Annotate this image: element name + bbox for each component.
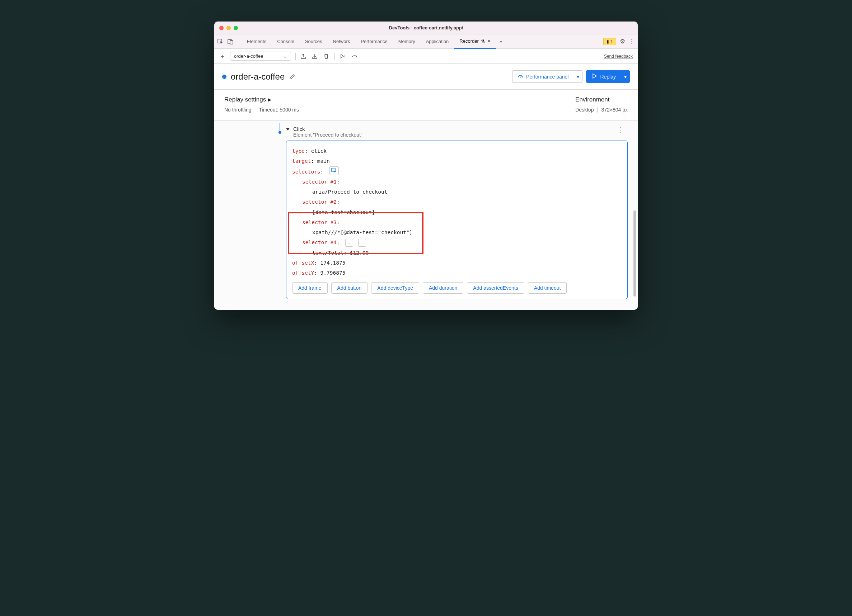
selector-2-value[interactable]: [data-test=checkout] (292, 207, 622, 217)
performance-panel-group: Performance panel ▾ (512, 70, 583, 83)
tab-console[interactable]: Console (272, 35, 299, 49)
replay-settings-values: No throttling Timeout: 5000 ms (224, 107, 299, 113)
svg-rect-2 (230, 41, 233, 44)
replay-group: Replay ▾ (586, 70, 630, 83)
replay-label: Replay (600, 74, 616, 80)
scrollbar-thumb[interactable] (633, 211, 636, 297)
selector-1-label[interactable]: selector #1: (292, 177, 622, 187)
warning-icon: ▮ (607, 39, 609, 44)
add-frame-button[interactable]: Add frame (292, 282, 328, 294)
inspect-tools (217, 38, 238, 45)
replay-settings-label: Replay settings (224, 96, 266, 103)
tab-recorder-label: Recorder (459, 38, 478, 44)
plus-icon[interactable]: ＋ (219, 53, 226, 60)
tab-memory[interactable]: Memory (393, 35, 420, 49)
scrollbar[interactable] (633, 121, 637, 310)
performance-panel-label: Performance panel (526, 74, 568, 80)
selector-2-label[interactable]: selector #2: (292, 197, 622, 207)
play-step-icon[interactable] (340, 53, 346, 60)
performance-panel-dropdown[interactable]: ▾ (574, 70, 583, 83)
add-timeout-button[interactable]: Add timeout (528, 282, 567, 294)
add-property-buttons: Add frame Add button Add deviceType Add … (292, 282, 622, 294)
delete-icon[interactable] (323, 53, 329, 60)
selector-4-value[interactable]: text/Total: $12.00 (292, 248, 622, 258)
recording-select[interactable]: order-a-coffee ⌄ (230, 52, 291, 60)
replay-dropdown[interactable]: ▾ (621, 70, 630, 83)
flask-icon: ⚗ (481, 39, 485, 44)
warning-count: 1 (610, 39, 613, 44)
tab-application[interactable]: Application (421, 35, 454, 49)
steps-area: Click Element "Proceed to checkout" ⋮ ty… (214, 121, 638, 310)
step-title: Click (293, 126, 363, 132)
send-feedback-link[interactable]: Send feedback (604, 54, 633, 59)
gauge-icon (518, 73, 523, 80)
tab-recorder[interactable]: Recorder ⚗ ✕ (454, 35, 495, 49)
add-selector-button[interactable]: ＋ (345, 239, 353, 247)
remove-selector-button[interactable]: － (358, 239, 366, 247)
step-titles: Click Element "Proceed to checkout" (293, 126, 363, 138)
step-details-card: type: click target: main selectors: sele… (286, 140, 628, 299)
divider (334, 53, 335, 60)
add-assertedevents-button[interactable]: Add assertedEvents (467, 282, 524, 294)
tab-network[interactable]: Network (328, 35, 355, 49)
recording-select-value: order-a-coffee (234, 53, 263, 59)
selector-3-value[interactable]: xpath///*[@data-test="checkout"] (292, 227, 622, 237)
expand-icon (286, 128, 290, 131)
more-tabs[interactable]: » (497, 35, 505, 49)
row-offsetx[interactable]: offsetX: 174.1875 (292, 258, 622, 268)
dimensions-value: 372×804 px (601, 107, 628, 113)
chevron-right-icon: ▶ (268, 97, 271, 102)
add-duration-button[interactable]: Add duration (423, 282, 463, 294)
timeline-line (279, 123, 280, 131)
row-type[interactable]: type: click (292, 146, 622, 156)
device-value: Desktop (575, 107, 594, 113)
environment-settings: Environment Desktop 372×804 px (575, 96, 628, 113)
inspect-icon[interactable] (217, 38, 224, 45)
divider (295, 53, 296, 60)
selector-4-label[interactable]: selector #4: ＋ － (292, 237, 622, 247)
edit-title-icon[interactable] (289, 74, 295, 80)
timeline-dot (278, 131, 281, 134)
warnings-badge[interactable]: ▮ 1 (603, 38, 616, 45)
row-target[interactable]: target: main (292, 156, 622, 166)
replay-settings-heading[interactable]: Replay settings ▶ (224, 96, 299, 103)
panel-tabs: Elements Console Sources Network Perform… (242, 35, 603, 49)
add-devicetype-button[interactable]: Add deviceType (371, 282, 419, 294)
gear-icon[interactable]: ⚙ (619, 38, 625, 45)
environment-heading: Environment (575, 96, 628, 103)
performance-panel-button[interactable]: Performance panel (512, 70, 574, 83)
divider (597, 107, 598, 113)
window-title: DevTools - coffee-cart.netlify.app/ (214, 25, 638, 30)
import-icon[interactable] (311, 53, 318, 60)
step-header[interactable]: Click Element "Proceed to checkout" ⋮ (286, 123, 628, 140)
replay-settings: Replay settings ▶ No throttling Timeout:… (224, 96, 299, 113)
step: Click Element "Proceed to checkout" ⋮ ty… (286, 123, 628, 299)
export-icon[interactable] (300, 53, 307, 60)
environment-values: Desktop 372×804 px (575, 107, 628, 113)
kebab-menu-icon[interactable]: ⋮ (628, 38, 635, 45)
recorder-toolbar: ＋ order-a-coffee ⌄ Send feedback (214, 49, 638, 64)
caret-down-icon: ▾ (577, 74, 579, 80)
tab-elements[interactable]: Elements (242, 35, 271, 49)
play-icon (591, 73, 597, 80)
row-selectors[interactable]: selectors: (292, 166, 622, 177)
chevron-down-icon: ⌄ (283, 53, 287, 59)
add-button-button[interactable]: Add button (331, 282, 368, 294)
recording-status-dot (222, 75, 227, 79)
tab-performance[interactable]: Performance (356, 35, 392, 49)
devtools-window: DevTools - coffee-cart.netlify.app/ Elem… (214, 21, 638, 310)
selector-1-value[interactable]: aria/Proceed to checkout (292, 187, 622, 197)
step-over-icon[interactable] (351, 53, 358, 60)
close-tab-icon[interactable]: ✕ (487, 38, 491, 44)
divider (255, 107, 255, 113)
step-menu-icon[interactable]: ⋮ (617, 126, 628, 134)
device-toggle-icon[interactable] (227, 38, 234, 45)
selector-3-label[interactable]: selector #3: (292, 217, 622, 227)
timeout-value: Timeout: 5000 ms (259, 107, 299, 113)
replay-button[interactable]: Replay (586, 70, 621, 83)
tabbar-right: ▮ 1 ⚙ ⋮ (603, 38, 635, 45)
pick-selector-icon[interactable] (329, 166, 339, 175)
row-offsety[interactable]: offsetY: 9.796875 (292, 268, 622, 278)
tab-sources[interactable]: Sources (300, 35, 327, 49)
recording-title: order-a-coffee (231, 72, 285, 82)
